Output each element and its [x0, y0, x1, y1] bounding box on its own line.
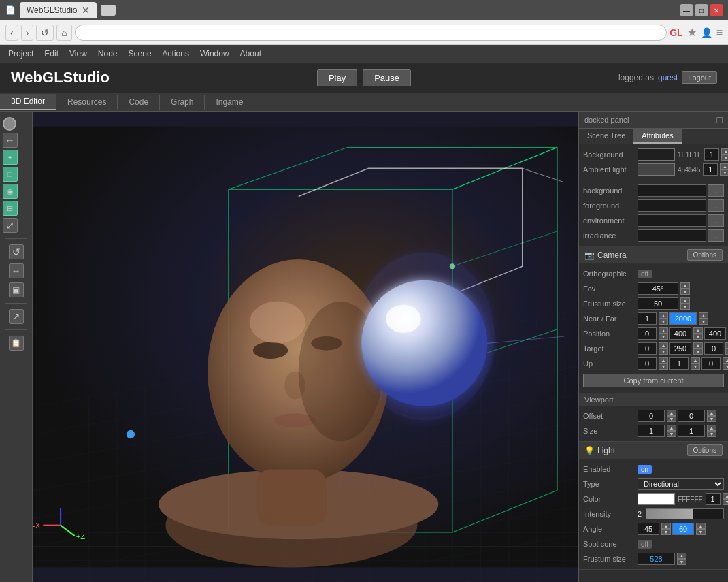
- tool-4[interactable]: □: [3, 167, 18, 182]
- tool-7[interactable]: ⤢: [3, 218, 18, 233]
- light-color-swatch[interactable]: [638, 493, 675, 505]
- close-btn[interactable]: ✕: [710, 4, 723, 16]
- offx-spinner[interactable]: ▲ ▼: [667, 410, 676, 422]
- angx-down[interactable]: ▼: [661, 529, 671, 535]
- light-options-btn[interactable]: Options: [687, 444, 723, 456]
- pos-y-input[interactable]: [669, 327, 691, 340]
- angle-x-input[interactable]: [638, 523, 659, 535]
- browser-tab[interactable]: WebGLStudio ✕: [20, 2, 97, 18]
- far-spinner[interactable]: ▲ ▼: [699, 312, 708, 325]
- tgty-up[interactable]: ▲: [693, 342, 703, 349]
- light-section-header[interactable]: 💡 Light Options: [579, 442, 728, 459]
- fg-tex-browse[interactable]: ...: [708, 199, 724, 212]
- near-spin-down[interactable]: ▼: [659, 319, 668, 325]
- pause-button[interactable]: Pause: [363, 69, 411, 86]
- pan-tool[interactable]: ▣: [9, 282, 24, 297]
- angy-down[interactable]: ▼: [696, 529, 706, 535]
- upy-up[interactable]: ▲: [691, 357, 700, 363]
- minimize-btn[interactable]: —: [680, 4, 693, 16]
- pointer-tool[interactable]: ↗: [9, 309, 24, 324]
- panel-tab-scene-tree[interactable]: Scene Tree: [579, 129, 633, 144]
- tgtz-down[interactable]: ▼: [725, 349, 728, 355]
- type-select[interactable]: Directional Point Spot: [638, 478, 724, 490]
- frus-spin-up[interactable]: ▲: [680, 297, 690, 304]
- move-tool[interactable]: ↔: [3, 133, 18, 148]
- enabled-badge[interactable]: on: [638, 465, 652, 474]
- size-x-input[interactable]: [638, 425, 665, 437]
- posx-spinner[interactable]: ▲ ▼: [659, 327, 668, 340]
- upy-down[interactable]: ▼: [691, 363, 700, 370]
- back-btn[interactable]: ‹: [5, 25, 18, 41]
- background-spinner[interactable]: ▲ ▼: [721, 148, 728, 161]
- bg-tex-browse[interactable]: ...: [708, 184, 724, 197]
- tab-ingame[interactable]: Ingame: [205, 95, 254, 110]
- ambient-mult-input[interactable]: [703, 163, 718, 176]
- fg-tex-input[interactable]: [638, 199, 706, 212]
- upy-spinner[interactable]: ▲ ▼: [691, 357, 700, 370]
- sizey-spinner[interactable]: ▲ ▼: [707, 425, 716, 437]
- size-y-input[interactable]: [678, 425, 705, 437]
- bg-spin-up[interactable]: ▲: [721, 148, 728, 155]
- ambient-spinner[interactable]: ▲ ▼: [720, 163, 728, 176]
- fov-spinner[interactable]: ▲ ▼: [680, 282, 690, 295]
- camera-section-header[interactable]: 📷 Camera Options: [579, 246, 728, 263]
- near-input[interactable]: [638, 312, 657, 325]
- panel-close-btn[interactable]: □: [717, 114, 723, 125]
- offy-down[interactable]: ▼: [707, 416, 716, 422]
- sizey-up[interactable]: ▲: [707, 425, 716, 431]
- near-spinner[interactable]: ▲ ▼: [659, 312, 668, 325]
- offy-up[interactable]: ▲: [707, 410, 716, 416]
- copy-from-current-btn[interactable]: Copy from current: [583, 374, 724, 387]
- play-button[interactable]: Play: [317, 69, 357, 86]
- logout-button[interactable]: Logout: [682, 71, 717, 84]
- viewport[interactable]: -X +Z: [33, 112, 578, 582]
- tgt-z-input[interactable]: [704, 342, 723, 355]
- panel-scroll[interactable]: Background 1F1F1F ▲ ▼ Ambient ligh: [579, 144, 728, 582]
- panel-tab-attributes[interactable]: Attributes: [633, 129, 681, 144]
- offy-spinner[interactable]: ▲ ▼: [707, 410, 716, 422]
- lfrus-up[interactable]: ▲: [677, 553, 686, 559]
- rotate-tool[interactable]: ↺: [9, 244, 24, 259]
- scale-tool[interactable]: ↔: [9, 263, 24, 278]
- far-input[interactable]: [669, 312, 697, 325]
- menu-project[interactable]: Project: [8, 49, 33, 59]
- ambient-color-swatch[interactable]: [638, 163, 675, 176]
- env-tex-input[interactable]: [638, 214, 706, 227]
- bg-tex-input[interactable]: [638, 184, 706, 197]
- up-y-input[interactable]: [669, 357, 689, 370]
- upx-up[interactable]: ▲: [659, 357, 668, 363]
- upz-down[interactable]: ▼: [723, 363, 728, 370]
- sizex-down[interactable]: ▼: [667, 431, 676, 437]
- intensity-bar[interactable]: [646, 508, 724, 519]
- tgt-x-input[interactable]: [638, 342, 657, 355]
- fov-input[interactable]: [638, 282, 678, 295]
- doc-tool[interactable]: 📋: [9, 336, 24, 351]
- lfrus-spinner[interactable]: ▲ ▼: [677, 553, 686, 565]
- frus-spin-down[interactable]: ▼: [680, 304, 690, 310]
- offx-down[interactable]: ▼: [667, 416, 676, 422]
- menu-scene[interactable]: Scene: [129, 49, 152, 59]
- tool-6[interactable]: ⊞: [3, 201, 18, 216]
- fov-spin-up[interactable]: ▲: [680, 282, 690, 289]
- far-spin-up[interactable]: ▲: [699, 312, 708, 319]
- menu-view[interactable]: View: [69, 49, 87, 59]
- maximize-btn[interactable]: □: [695, 4, 708, 16]
- posx-up[interactable]: ▲: [659, 327, 668, 334]
- menu-window[interactable]: Window: [200, 49, 229, 59]
- sizex-spinner[interactable]: ▲ ▼: [667, 425, 676, 437]
- amb-spin-up[interactable]: ▲: [720, 163, 728, 169]
- tgtx-spinner[interactable]: ▲ ▼: [659, 342, 668, 355]
- tgtz-spinner[interactable]: ▲ ▼: [725, 342, 728, 355]
- menu-icon[interactable]: ≡: [716, 27, 723, 39]
- light-color-spinner[interactable]: ▲ ▼: [723, 493, 728, 505]
- angx-spinner[interactable]: ▲ ▼: [661, 523, 671, 535]
- tool-5[interactable]: ◉: [3, 184, 18, 199]
- angle-y-input[interactable]: [672, 523, 694, 535]
- menu-edit[interactable]: Edit: [44, 49, 59, 59]
- offx-up[interactable]: ▲: [667, 410, 676, 416]
- tgtx-up[interactable]: ▲: [659, 342, 668, 349]
- env-tex-browse[interactable]: ...: [708, 214, 724, 227]
- up-z-input[interactable]: [701, 357, 721, 370]
- lc-spin-up[interactable]: ▲: [723, 493, 728, 499]
- angy-up[interactable]: ▲: [696, 523, 706, 529]
